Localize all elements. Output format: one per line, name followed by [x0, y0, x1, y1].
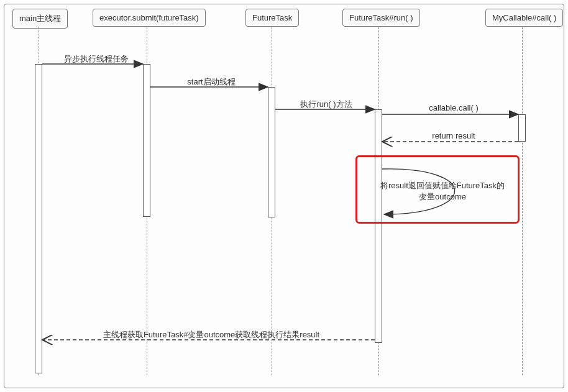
participant-main: main主线程	[12, 9, 68, 29]
msg-assign-outcome-line2: 变量outcome	[419, 192, 466, 201]
msg-assign-outcome: 将result返回值赋值给FutureTask的 变量outcome	[373, 180, 512, 202]
activation-call	[518, 114, 526, 142]
activation-run	[375, 109, 382, 343]
activation-futuretask	[268, 87, 275, 217]
msg-assign-outcome-line1: 将result返回值赋值给FutureTask的	[380, 181, 505, 190]
msg-run: 执行run( )方法	[280, 99, 373, 110]
participant-executor: executor.submit(futureTask)	[93, 9, 206, 27]
activation-executor	[143, 64, 150, 217]
participant-call: MyCallable#call( )	[485, 9, 563, 27]
msg-start-thread: start启动线程	[162, 76, 261, 88]
participant-run: FutureTask#run( )	[342, 9, 420, 27]
msg-callable-call: callable.call( )	[398, 103, 510, 112]
participant-futuretask: FutureTask	[245, 9, 299, 27]
msg-get-outcome: 主线程获取FutureTask#变量outcome获取线程执行结果result	[62, 329, 360, 340]
lifeline-call	[522, 27, 523, 375]
msg-return-result: return result	[398, 131, 510, 140]
activation-main	[35, 64, 42, 373]
msg-async-exec: 异步执行线程任务	[50, 53, 143, 65]
